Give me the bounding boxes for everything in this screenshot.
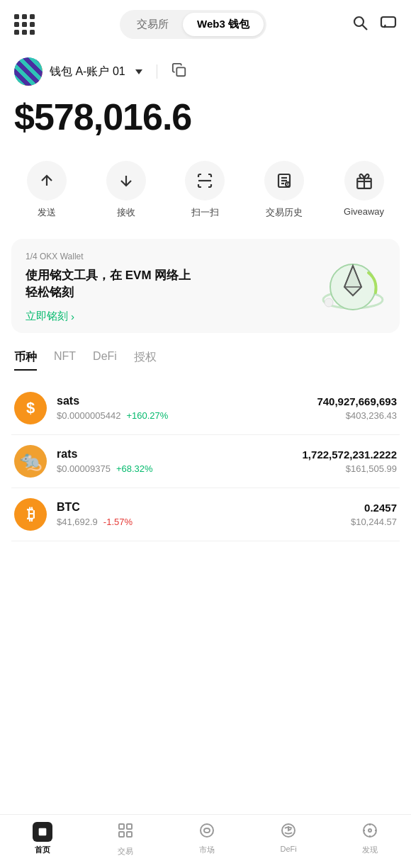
- svg-rect-22: [38, 828, 46, 836]
- svg-point-0: [354, 17, 364, 26]
- top-nav: 交易所 Web3 钱包: [0, 0, 411, 46]
- rats-price: $0.00009375: [57, 463, 111, 474]
- btc-balance: 0.2457: [351, 502, 397, 514]
- account-row: 钱包 A-账户 01: [14, 57, 397, 86]
- nav-icon-group: [351, 14, 397, 35]
- tab-auth[interactable]: 授权: [134, 350, 157, 371]
- discover-icon: [361, 822, 378, 842]
- avatar: [14, 57, 43, 86]
- btc-change: -1.57%: [103, 517, 133, 527]
- defi-icon: [280, 822, 297, 842]
- account-name[interactable]: 钱包 A-账户 01: [50, 64, 125, 79]
- btc-amounts: 0.2457 $10,244.57: [351, 502, 397, 527]
- history-label: 交易历史: [266, 206, 303, 219]
- trade-icon: [117, 822, 134, 843]
- banner-content: 1/4 OKX Wallet 使用铭文工具，在 EVM 网络上轻松铭刻 立即铭刻…: [26, 252, 310, 323]
- asset-item-btc[interactable]: ₿ BTC $41,692.9 -1.57% 0.2457 $10,244.57: [11, 488, 400, 541]
- rats-info: rats $0.00009375 +68.32%: [57, 448, 293, 474]
- balance-display: $578,016.6: [14, 96, 397, 138]
- send-action[interactable]: 发送: [27, 161, 67, 219]
- banner-title: 使用铭文工具，在 EVM 网络上轻松铭刻: [26, 267, 310, 301]
- btc-price: $41,692.9: [57, 517, 98, 527]
- eth-illustration: [317, 252, 388, 322]
- divider: [157, 64, 157, 79]
- bottom-market[interactable]: 市场: [198, 822, 215, 857]
- giveaway-action[interactable]: Giveaway: [344, 161, 384, 219]
- home-label: 首页: [35, 845, 50, 855]
- copy-icon[interactable]: [171, 62, 187, 81]
- tab-coins[interactable]: 币种: [14, 350, 37, 371]
- svg-rect-2: [381, 17, 395, 27]
- asset-tabs: 币种 NFT DeFi 授权: [0, 350, 411, 371]
- account-section: 钱包 A-账户 01 $578,016.6: [0, 46, 411, 161]
- rats-name: rats: [57, 448, 293, 461]
- banner-badge: 1/4 OKX Wallet: [26, 252, 310, 261]
- send-icon: [27, 161, 67, 201]
- sats-icon: $: [14, 392, 47, 424]
- rats-icon: 🐀: [14, 445, 47, 478]
- scan-label: 扫一扫: [191, 206, 219, 219]
- receive-action[interactable]: 接收: [106, 161, 146, 219]
- sats-balance: 740,927,669,693: [317, 395, 397, 407]
- scan-action[interactable]: 扫一扫: [185, 161, 225, 219]
- svg-point-29: [364, 824, 376, 837]
- bottom-defi[interactable]: DeFi: [280, 822, 297, 857]
- svg-point-27: [201, 824, 213, 837]
- asset-item-rats[interactable]: 🐀 rats $0.00009375 +68.32% 1,722,572,231…: [11, 435, 400, 488]
- giveaway-label: Giveaway: [344, 206, 384, 217]
- tab-nft[interactable]: NFT: [54, 350, 76, 371]
- nav-tabs: 交易所 Web3 钱包: [120, 10, 266, 39]
- exchange-tab[interactable]: 交易所: [123, 13, 183, 36]
- btc-name: BTC: [57, 501, 341, 514]
- rats-change: +68.32%: [116, 463, 153, 474]
- asset-item-sats[interactable]: $ sats $0.0000005442 +160.27% 740,927,66…: [11, 382, 400, 435]
- banner-card[interactable]: 1/4 OKX Wallet 使用铭文工具，在 EVM 网络上轻松铭刻 立即铭刻…: [11, 239, 400, 333]
- account-chevron-icon[interactable]: [135, 69, 142, 74]
- giveaway-icon: [344, 161, 384, 201]
- rats-balance: 1,722,572,231.2222: [303, 449, 397, 461]
- banner-cta-button[interactable]: 立即铭刻 ›: [26, 310, 310, 323]
- receive-icon: [106, 161, 146, 201]
- sats-price: $0.0000005442: [57, 410, 120, 421]
- svg-rect-25: [119, 832, 124, 837]
- home-icon: [33, 822, 52, 842]
- rats-amounts: 1,722,572,231.2222 $161,505.99: [303, 449, 397, 474]
- sats-usd: $403,236.43: [317, 410, 397, 421]
- search-icon[interactable]: [351, 14, 368, 35]
- send-label: 发送: [38, 206, 56, 219]
- svg-point-30: [368, 829, 371, 832]
- discover-label: 发现: [362, 845, 378, 855]
- bottom-nav: 首页 交易 市场: [0, 814, 411, 868]
- market-label: 市场: [199, 845, 215, 855]
- sats-name: sats: [57, 395, 307, 407]
- btc-usd: $10,244.57: [351, 517, 397, 527]
- receive-label: 接收: [117, 206, 135, 219]
- svg-rect-26: [127, 832, 132, 837]
- trade-label: 交易: [118, 846, 133, 857]
- svg-rect-23: [119, 824, 124, 829]
- web3-tab[interactable]: Web3 钱包: [183, 13, 264, 36]
- svg-line-1: [363, 25, 368, 30]
- btc-info: BTC $41,692.9 -1.57%: [57, 501, 341, 527]
- sats-amounts: 740,927,669,693 $403,236.43: [317, 395, 397, 421]
- btc-icon: ₿: [14, 498, 47, 531]
- scan-icon: [185, 161, 225, 201]
- grid-menu-icon[interactable]: [14, 14, 35, 35]
- svg-point-21: [325, 298, 333, 307]
- bottom-trade[interactable]: 交易: [117, 822, 134, 857]
- bottom-discover[interactable]: 发现: [361, 822, 378, 857]
- defi-label: DeFi: [281, 845, 297, 853]
- asset-list: $ sats $0.0000005442 +160.27% 740,927,66…: [0, 382, 411, 541]
- action-buttons: 发送 接收 扫一扫: [0, 161, 411, 219]
- history-icon: [264, 161, 304, 201]
- svg-rect-24: [127, 824, 132, 829]
- rats-usd: $161,505.99: [303, 463, 397, 474]
- message-icon[interactable]: [380, 14, 397, 35]
- bottom-home[interactable]: 首页: [33, 822, 52, 857]
- sats-change: +160.27%: [126, 410, 168, 421]
- svg-rect-3: [176, 67, 185, 76]
- sats-info: sats $0.0000005442 +160.27%: [57, 395, 307, 421]
- history-action[interactable]: 交易历史: [264, 161, 304, 219]
- tab-defi[interactable]: DeFi: [93, 350, 117, 371]
- market-icon: [198, 822, 215, 842]
